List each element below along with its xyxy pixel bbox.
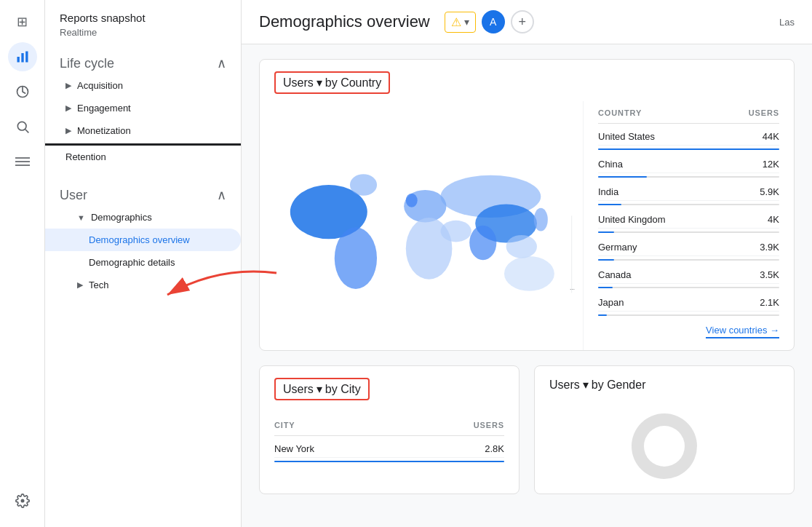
users-col-header: USERS	[749, 108, 779, 117]
country-users: 12K	[763, 159, 779, 170]
city-table: CITY USERS New York 2.8K	[260, 408, 519, 475]
sidebar-realtime[interactable]: Realtime	[60, 27, 226, 38]
home-icon[interactable]: ⊞	[8, 7, 37, 36]
search-icon[interactable]	[8, 112, 37, 141]
last-label: Las	[779, 17, 795, 28]
add-button[interactable]: +	[511, 10, 534, 33]
arrow-icon: ▼	[77, 213, 85, 222]
users-by-city-title: Users ▾ by City	[274, 378, 370, 400]
users-city-dropdown[interactable]: ▾	[317, 382, 322, 396]
country-table: COUNTRY USERS United States 44K China 12…	[583, 101, 794, 350]
svg-rect-0	[17, 57, 19, 63]
country-bar-fill	[598, 287, 613, 288]
sidebar-item-acquisition[interactable]: ▶ Acquisition	[45, 74, 241, 97]
city-table-header: CITY USERS	[274, 421, 504, 436]
lifecycle-collapse-icon[interactable]: ∧	[217, 55, 226, 71]
svg-text:⋯: ⋯	[570, 286, 575, 293]
user-label: User	[60, 188, 87, 203]
table-row: United States 44K	[598, 124, 779, 150]
user-section: User ∧	[45, 177, 241, 206]
country-bar	[598, 314, 779, 316]
users-gender-dropdown[interactable]: ▾	[583, 378, 589, 392]
sidebar-item-label: Demographics overview	[89, 234, 190, 245]
sidebar-item-demographics[interactable]: ▼ Demographics	[45, 206, 241, 229]
city-col-header: CITY	[274, 421, 295, 429]
country-bar-fill	[598, 314, 607, 316]
sidebar-item-label: Monetization	[77, 125, 131, 136]
reports-icon[interactable]	[8, 42, 37, 71]
gender-donut-chart	[632, 413, 697, 479]
sidebar: Reports snapshot Realtime Life cycle ∧ ▶…	[45, 0, 242, 527]
arrow-icon: ▶	[77, 280, 83, 290]
svg-point-19	[504, 256, 554, 291]
city-bar	[274, 461, 504, 462]
country-users: 5.9K	[760, 186, 779, 197]
country-name: India	[598, 186, 618, 197]
sidebar-item-demographics-overview[interactable]: Demographics overview	[45, 229, 241, 251]
by-country-label: by Country	[325, 76, 381, 90]
world-map-area: ⋯	[260, 101, 583, 350]
sidebar-top-title[interactable]: Reports snapshot	[60, 12, 226, 24]
users-by-gender-card: Users ▾ by Gender	[534, 365, 795, 494]
card-header-country: Users ▾ by Country	[260, 60, 794, 101]
sidebar-item-engagement[interactable]: ▶ Engagement	[45, 97, 241, 119]
sidebar-item-label: Demographics	[91, 212, 152, 223]
country-bar-fill	[598, 259, 614, 261]
country-users: 3.9K	[760, 242, 779, 253]
svg-point-4	[17, 122, 26, 130]
content-area: Users ▾ by Country	[242, 44, 812, 523]
explore-icon[interactable]	[8, 77, 37, 106]
table-row: Germany 3.9K	[598, 234, 779, 261]
sidebar-item-demographic-details[interactable]: Demographic details	[45, 251, 241, 274]
country-name: Canada	[598, 269, 632, 280]
menu-icon[interactable]	[8, 147, 37, 176]
svg-point-20	[441, 221, 471, 242]
users-label: Users	[283, 76, 314, 90]
card-body-country: ⋯ COUNTRY USERS United States 44K China …	[260, 101, 794, 350]
svg-point-16	[469, 226, 496, 261]
users-dropdown-arrow[interactable]: ▾	[317, 76, 322, 90]
sidebar-item-label: Retention	[65, 151, 106, 162]
page-title: Demographics overview	[259, 12, 430, 31]
country-bar-fill	[598, 231, 614, 233]
users-by-city-card: Users ▾ by City CITY USERS New York 2.8K	[259, 365, 520, 494]
warning-button[interactable]: ⚠ ▾	[445, 12, 476, 33]
country-name: Japan	[598, 297, 624, 308]
gender-area	[535, 399, 794, 494]
header-icons: ⚠ ▾ A +	[445, 10, 534, 33]
table-row: New York 2.8K	[274, 436, 504, 462]
lifecycle-section: Life cycle ∧	[45, 45, 241, 74]
sidebar-item-label: Tech	[89, 280, 108, 290]
users-by-country-title: Users ▾ by Country	[274, 71, 390, 94]
arrow-icon: ▶	[65, 126, 71, 135]
svg-line-5	[25, 130, 28, 133]
country-bar-fill	[598, 148, 779, 150]
svg-rect-8	[15, 165, 30, 166]
chevron-down-icon: ▾	[464, 16, 469, 28]
table-row: Japan 2.1K	[598, 290, 779, 316]
country-bar	[598, 287, 779, 288]
donut-inner	[644, 426, 685, 467]
user-collapse-icon[interactable]: ∧	[217, 187, 226, 203]
sidebar-item-retention[interactable]: Retention	[45, 146, 241, 168]
table-row: United Kingdom 4K	[598, 207, 779, 233]
country-table-header: COUNTRY USERS	[598, 108, 779, 124]
country-rows: United States 44K China 12K India 5.9K U…	[598, 124, 779, 316]
view-countries-link[interactable]: View countries →	[706, 325, 779, 338]
svg-point-18	[534, 208, 548, 231]
country-bar	[598, 176, 779, 178]
svg-point-21	[406, 194, 418, 207]
lifecycle-label: Life cycle	[60, 56, 114, 71]
country-users: 44K	[763, 131, 779, 142]
avatar[interactable]: A	[482, 10, 505, 33]
settings-icon[interactable]	[8, 486, 37, 515]
country-users: 3.5K	[760, 269, 779, 280]
table-row: India 5.9K	[598, 179, 779, 205]
country-name: Germany	[598, 242, 637, 253]
arrow-icon: ▶	[65, 103, 71, 113]
svg-point-10	[350, 174, 377, 196]
sidebar-item-monetization[interactable]: ▶ Monetization	[45, 119, 241, 146]
sidebar-item-tech[interactable]: ▶ Tech	[45, 274, 241, 296]
arrow-icon: ▶	[65, 81, 71, 90]
world-map: ⋯	[267, 136, 576, 311]
